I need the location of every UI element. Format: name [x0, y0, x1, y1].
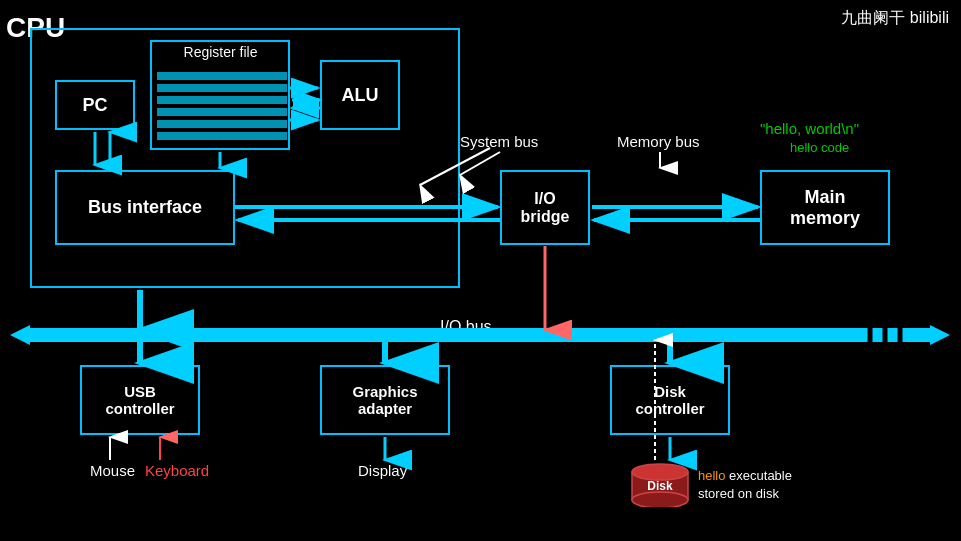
svg-marker-27	[10, 325, 30, 345]
alu-label: ALU	[342, 85, 379, 106]
usb-controller-label: USBcontroller	[105, 383, 174, 417]
io-bridge-box: I/Obridge	[500, 170, 590, 245]
disk-controller-box: Diskcontroller	[610, 365, 730, 435]
hello-executable-label: hello executablestored on disk	[698, 467, 792, 503]
alu-box: ALU	[320, 60, 400, 130]
bus-interface-box: Bus interface	[55, 170, 235, 245]
graphics-adapter-label: Graphicsadapter	[352, 383, 417, 417]
mouse-label: Mouse	[90, 462, 135, 479]
disk-controller-label: Diskcontroller	[635, 383, 704, 417]
display-label: Display	[358, 462, 407, 479]
svg-point-1	[632, 464, 688, 480]
usb-controller-box: USBcontroller	[80, 365, 200, 435]
svg-point-2	[632, 492, 688, 507]
keyboard-label: Keyboard	[145, 462, 209, 479]
hello-code-label: hello code	[790, 140, 849, 155]
svg-text:Disk: Disk	[647, 479, 673, 493]
svg-line-24	[460, 152, 500, 175]
main-memory-box: Mainmemory	[760, 170, 890, 245]
reg-line-3	[157, 96, 287, 104]
hello-exec-hello: hello	[698, 468, 725, 483]
bus-interface-label: Bus interface	[88, 197, 202, 218]
reg-line-5	[157, 120, 287, 128]
reg-line-1	[157, 72, 287, 80]
hello-world-label: "hello, world\n"	[760, 120, 859, 137]
reg-line-2	[157, 84, 287, 92]
register-file-label: Register file	[158, 44, 283, 60]
svg-marker-32	[930, 325, 950, 345]
memory-bus-label: Memory bus	[617, 133, 700, 150]
graphics-adapter-box: Graphicsadapter	[320, 365, 450, 435]
main-memory-label: Mainmemory	[790, 187, 860, 229]
disk-shape: Disk	[630, 462, 690, 507]
io-bus-label: I/O bus	[440, 318, 492, 336]
system-bus-label: System bus	[460, 133, 538, 150]
pc-label: PC	[82, 95, 107, 116]
io-bridge-label: I/Obridge	[521, 190, 570, 226]
reg-line-6	[157, 132, 287, 140]
reg-line-4	[157, 108, 287, 116]
watermark: 九曲阑干 bilibili	[841, 8, 949, 29]
pc-box: PC	[55, 80, 135, 130]
